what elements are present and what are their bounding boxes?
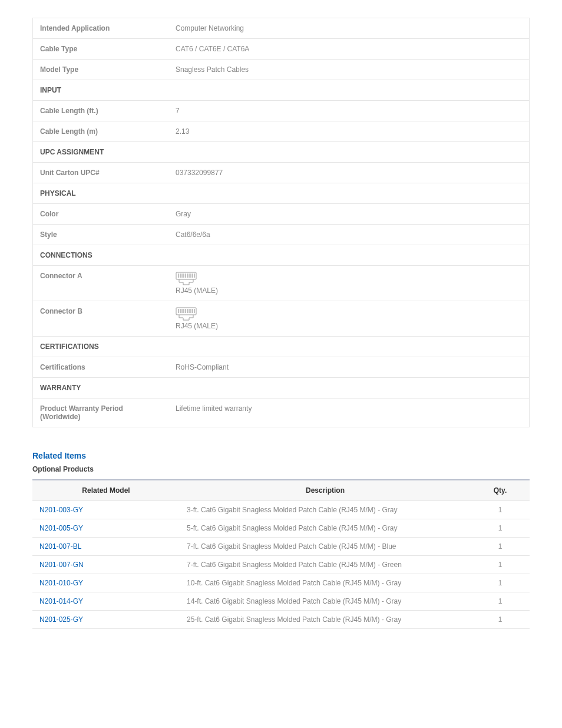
related-qty: 1 <box>471 519 530 538</box>
spec-label: Certifications <box>33 357 168 378</box>
spec-value: 2.13 <box>168 121 529 142</box>
spec-value: Snagless Patch Cables <box>168 60 529 80</box>
section-header: CONNECTIONS <box>33 245 529 266</box>
related-description: 5-ft. Cat6 Gigabit Snagless Molded Patch… <box>180 519 471 538</box>
spec-row: Cable Type CAT6 / CAT6E / CAT6A <box>33 39 529 60</box>
section-header: UPC ASSIGNMENT <box>33 142 529 163</box>
table-row: N201-014-GY14-ft. Cat6 Gigabit Snagless … <box>32 592 530 611</box>
related-qty: 1 <box>471 611 530 629</box>
spec-value: RoHS-Compliant <box>168 357 529 378</box>
related-description: 3-ft. Cat6 Gigabit Snagless Molded Patch… <box>180 501 471 519</box>
spec-section-input: INPUT <box>33 80 529 101</box>
spec-label: Cable Length (ft.) <box>33 101 168 121</box>
rj45-connector-icon <box>176 272 197 286</box>
spec-label: Model Type <box>33 60 168 80</box>
table-row: N201-007-BL7-ft. Cat6 Gigabit Snagless M… <box>32 538 530 556</box>
spec-section-certifications: CERTIFICATIONS <box>33 337 529 357</box>
related-model-link[interactable]: N201-007-GN <box>32 556 180 574</box>
spec-label: Intended Application <box>33 18 168 39</box>
spec-value: RJ45 (MALE) <box>168 266 529 301</box>
section-header: WARRANTY <box>33 378 529 398</box>
spec-value: 037332099877 <box>168 163 529 183</box>
spec-value: 7 <box>168 101 529 121</box>
spec-label: Connector A <box>33 266 168 301</box>
col-header-qty: Qty. <box>471 480 530 501</box>
connector-b-text: RJ45 (MALE) <box>176 322 218 330</box>
spec-row: Cable Length (ft.) 7 <box>33 101 529 121</box>
related-qty: 1 <box>471 501 530 519</box>
spec-section-physical: PHYSICAL <box>33 183 529 204</box>
spec-row: Product Warranty Period (Worldwide) Life… <box>33 398 529 427</box>
spec-row: Connector B RJ45 (MALE) <box>33 301 529 337</box>
spec-value: Gray <box>168 204 529 225</box>
col-header-model: Related Model <box>32 480 180 501</box>
table-row: N201-007-GN7-ft. Cat6 Gigabit Snagless M… <box>32 556 530 574</box>
related-model-link[interactable]: N201-005-GY <box>32 519 180 538</box>
spec-label: Color <box>33 204 168 225</box>
spec-row: Style Cat6/6e/6a <box>33 225 529 245</box>
related-model-link[interactable]: N201-014-GY <box>32 592 180 611</box>
table-row: N201-003-GY3-ft. Cat6 Gigabit Snagless M… <box>32 501 530 519</box>
section-header: INPUT <box>33 80 529 101</box>
related-header-row: Related Model Description Qty. <box>32 480 530 501</box>
spec-row: Certifications RoHS-Compliant <box>33 357 529 378</box>
table-row: N201-025-GY25-ft. Cat6 Gigabit Snagless … <box>32 611 530 629</box>
related-qty: 1 <box>471 592 530 611</box>
spec-row: Connector A RJ45 (MALE) <box>33 266 529 301</box>
rj45-connector-icon <box>176 307 197 321</box>
related-description: 7-ft. Cat6 Gigabit Snagless Molded Patch… <box>180 556 471 574</box>
related-model-link[interactable]: N201-010-GY <box>32 574 180 592</box>
spec-value: Computer Networking <box>168 18 529 39</box>
related-model-link[interactable]: N201-003-GY <box>32 501 180 519</box>
related-description: 25-ft. Cat6 Gigabit Snagless Molded Patc… <box>180 611 471 629</box>
related-table: Related Model Description Qty. N201-003-… <box>32 479 530 629</box>
related-model-link[interactable]: N201-007-BL <box>32 538 180 556</box>
spec-label: Cable Length (m) <box>33 121 168 142</box>
table-row: N201-005-GY5-ft. Cat6 Gigabit Snagless M… <box>32 519 530 538</box>
spec-section-upc: UPC ASSIGNMENT <box>33 142 529 163</box>
related-qty: 1 <box>471 556 530 574</box>
related-description: 7-ft. Cat6 Gigabit Snagless Molded Patch… <box>180 538 471 556</box>
spec-row: Color Gray <box>33 204 529 225</box>
related-model-link[interactable]: N201-025-GY <box>32 611 180 629</box>
section-header: PHYSICAL <box>33 183 529 204</box>
spec-row: Unit Carton UPC# 037332099877 <box>33 163 529 183</box>
related-qty: 1 <box>471 574 530 592</box>
connector-a-text: RJ45 (MALE) <box>176 286 218 295</box>
related-description: 14-ft. Cat6 Gigabit Snagless Molded Patc… <box>180 592 471 611</box>
optional-products-subheading: Optional Products <box>32 465 530 473</box>
spec-value: Lifetime limited warranty <box>168 398 529 427</box>
col-header-desc: Description <box>180 480 471 501</box>
related-description: 10-ft. Cat6 Gigabit Snagless Molded Patc… <box>180 574 471 592</box>
related-qty: 1 <box>471 538 530 556</box>
spec-label: Unit Carton UPC# <box>33 163 168 183</box>
spec-value: Cat6/6e/6a <box>168 225 529 245</box>
spec-table: Intended Application Computer Networking… <box>32 18 530 427</box>
spec-row: Cable Length (m) 2.13 <box>33 121 529 142</box>
related-items-heading: Related Items <box>32 451 530 460</box>
section-header: CERTIFICATIONS <box>33 337 529 357</box>
spec-label: Product Warranty Period (Worldwide) <box>33 398 168 427</box>
spec-label: Connector B <box>33 301 168 337</box>
spec-row: Intended Application Computer Networking <box>33 18 529 39</box>
spec-label: Cable Type <box>33 39 168 60</box>
spec-section-warranty: WARRANTY <box>33 378 529 398</box>
spec-row: Model Type Snagless Patch Cables <box>33 60 529 80</box>
spec-label: Style <box>33 225 168 245</box>
table-row: N201-010-GY10-ft. Cat6 Gigabit Snagless … <box>32 574 530 592</box>
spec-value: RJ45 (MALE) <box>168 301 529 337</box>
spec-section-connections: CONNECTIONS <box>33 245 529 266</box>
spec-value: CAT6 / CAT6E / CAT6A <box>168 39 529 60</box>
